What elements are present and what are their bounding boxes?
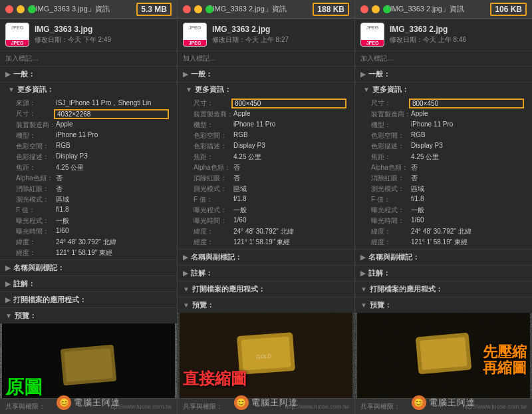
info-row-exposure-2: 曝光程式： 一般 — [178, 205, 354, 216]
file-name-1: IMG_3363 3.jpg — [35, 25, 172, 34]
preview-image-1: 原圖 — [0, 323, 177, 398]
arrow-icon-1: ▶ — [5, 71, 11, 78]
info-row-model-1: 機型： iPhone 11 Pro — [0, 130, 177, 141]
file-info-3: IMG_3363 2.jpg 修改日期：今天 上午 8:46 — [390, 25, 527, 45]
open-with-header-1[interactable]: ▶ 打開檔案的應用程式： — [0, 292, 177, 308]
info-row-colorspace-1: 色彩空間： RGB — [0, 141, 177, 152]
overlay-label-1: 原圖 — [5, 375, 43, 398]
name-alias-header-2[interactable]: ▶ 名稱與副標記： — [178, 250, 354, 265]
name-alias-header-3[interactable]: ▶ 名稱與副標記： — [355, 250, 532, 265]
comment-header-3[interactable]: ▶ 註解： — [355, 266, 532, 281]
info-row-latitude-2: 緯度： 24° 48' 30.792" 北緯 — [178, 226, 354, 237]
info-row-metering-3: 測光模式： 區域 — [355, 184, 532, 194]
general-section-header-3[interactable]: ▶ 一般： — [355, 67, 532, 82]
info-row-manufacturer-2: 裝置製造商： Apple — [178, 109, 354, 120]
info-row-colorspace-3: 色彩空間： RGB — [355, 130, 532, 141]
info-row-redeye-3: 消除紅眼： 否 — [355, 173, 532, 184]
bottom-bar-1: 共享與權限： http://www.lucoe.com.tw — [0, 398, 177, 414]
svg-rect-14 — [420, 337, 467, 370]
panels-container: 「IMG_3363 3.jpg」資訊 5.3 MB JPEG JPEG IMG_… — [0, 0, 532, 414]
open-with-header-3[interactable]: ▼ 打開檔案的應用程式： — [355, 282, 532, 297]
info-section-3: 尺寸： 800×450 裝置製造商： Apple 機型： iPhone 11 P… — [355, 97, 532, 249]
more-info-header-1[interactable]: ▼ 更多資訊： — [0, 83, 177, 97]
info-row-alpha-3: Alpha色頻： 否 — [355, 162, 532, 173]
info-row-colorspace-2: 色彩空間： RGB — [178, 130, 354, 141]
file-date-3: 修改日期：今天 上午 8:46 — [390, 35, 527, 45]
general-section-header-2[interactable]: ▶ 一般： — [178, 67, 354, 82]
file-header-1: JPEG JPEG IMG_3363 3.jpg 修改日期：今天 下午 2:49 — [0, 19, 177, 51]
file-header-3: JPEG JPEG IMG_3363 2.jpg 修改日期：今天 上午 8:46 — [355, 19, 532, 51]
file-name-3: IMG_3363 2.jpg — [390, 25, 527, 34]
file-info-2: IMG_3363 2.jpg 修改日期：今天 上午 8:27 — [212, 25, 349, 45]
file-type-label-3: JPEG — [361, 40, 384, 46]
general-section-header-1[interactable]: ▶ 一般： — [0, 67, 177, 82]
info-row-model-3: 機型： iPhone 11 Pro — [355, 120, 532, 130]
preview-arrow-1: ▼ — [5, 312, 12, 319]
comment-arrow-2: ▶ — [183, 270, 188, 277]
file-icon-2: JPEG JPEG — [183, 23, 207, 47]
more-info-header-3[interactable]: ▼ 更多資訊： — [355, 83, 532, 97]
comment-header-1[interactable]: ▶ 註解： — [0, 276, 177, 292]
name-alias-arrow-3: ▶ — [360, 254, 366, 261]
title-bar-1: 「IMG_3363 3.jpg」資訊 5.3 MB — [0, 0, 177, 19]
info-row-alpha-1: Alpha色頻： 否 — [0, 173, 177, 184]
comment-header-2[interactable]: ▶ 註解： — [178, 266, 354, 281]
info-row-metering-1: 測光模式： 區域 — [0, 194, 177, 205]
comment-arrow-3: ▶ — [360, 270, 366, 277]
overlay-label-2: 直接縮圖 — [183, 368, 247, 389]
info-row-focal-2: 焦距： 4.25 公里 — [178, 152, 354, 162]
preview-image-3: 先壓縮 再縮圖 — [355, 313, 532, 398]
info-row-redeye-2: 消除紅眼： 否 — [178, 173, 354, 184]
info-row-manufacturer-1: 裝置製造商： Apple — [0, 120, 177, 130]
info-row-shutter-2: 曝光時間： 1/60 — [178, 216, 354, 226]
tags-input-3[interactable]: 加入標記… — [355, 51, 532, 67]
open-with-arrow-2: ▼ — [183, 286, 190, 293]
name-alias-arrow-2: ▶ — [183, 254, 188, 261]
preview-arrow-2: ▼ — [183, 302, 190, 309]
info-row-exposure-1: 曝光程式： 一般 — [0, 216, 177, 226]
bottom-bar-3: 共享與權限： http://www.lucoe.com.tw — [355, 398, 532, 414]
info-row-latitude-3: 緯度： 24° 48' 30.792" 北緯 — [355, 226, 532, 237]
preview-header-3[interactable]: ▼ 預覽： — [355, 298, 532, 313]
panel-1: 「IMG_3363 3.jpg」資訊 5.3 MB JPEG JPEG IMG_… — [0, 0, 178, 414]
info-row-fvalue-3: F 值： f/1.8 — [355, 194, 532, 205]
bottom-bar-2: 共享與權限： http://www.lucoe.com.tw — [178, 398, 354, 414]
name-alias-header-1[interactable]: ▶ 名稱與副標記： — [0, 260, 177, 276]
info-row-redeye-1: 消除紅眼： 否 — [0, 184, 177, 194]
tags-input-1[interactable]: 加入標記… — [0, 51, 177, 67]
tags-input-2[interactable]: 加入標記… — [178, 51, 354, 67]
arrow-icon-2: ▶ — [183, 71, 188, 78]
panel-2: 「IMG_3363 2.jpg」資訊 188 KB JPEG JPEG IMG_… — [178, 0, 355, 414]
info-row-longitude-1: 經度： 121° 1' 58.19" 東經 — [0, 248, 177, 258]
arrow-icon-3: ▶ — [360, 71, 366, 78]
file-header-2: JPEG JPEG IMG_3363 2.jpg 修改日期：今天 上午 8:27 — [178, 19, 354, 51]
info-section-1: 來源： ISJ_iPhone 11 Pro，Shengti Lin 尺寸： 40… — [0, 97, 177, 260]
file-size-badge-1: 5.3 MB — [136, 3, 172, 16]
svg-text:GOLD: GOLD — [256, 353, 271, 360]
file-type-label-2: JPEG — [184, 40, 206, 46]
info-row-fvalue-2: F 值： f/1.8 — [178, 194, 354, 205]
info-row-alpha-2: Alpha色頻： 否 — [178, 162, 354, 173]
overlay-label-3a: 先壓縮 再縮圖 — [483, 344, 527, 376]
info-row-model-2: 機型： iPhone 11 Pro — [178, 120, 354, 130]
preview-header-1[interactable]: ▼ 預覽： — [0, 308, 177, 323]
info-row-dimensions-3: 尺寸： 800×450 — [355, 98, 532, 109]
info-row-shutter-1: 曝光時間： 1/60 — [0, 226, 177, 237]
more-info-header-2[interactable]: ▼ 更多資訊： — [178, 83, 354, 97]
comment-arrow-1: ▶ — [5, 280, 11, 288]
scroll-content-2[interactable]: ▶ 一般： ▼ 更多資訊： 尺寸： 800×450 裝置製造商： Apple 機… — [178, 67, 354, 398]
preview-header-2[interactable]: ▼ 預覽： — [178, 298, 354, 313]
scroll-content-1[interactable]: ▶ 一般： ▼ 更多資訊： 來源： ISJ_iPhone 11 Pro，Shen… — [0, 67, 177, 398]
open-with-header-2[interactable]: ▼ 打開檔案的應用程式： — [178, 282, 354, 297]
file-name-2: IMG_3363 2.jpg — [212, 25, 349, 34]
info-row-source-1: 來源： ISJ_iPhone 11 Pro，Shengti Lin — [0, 98, 177, 108]
info-row-longitude-3: 經度： 121° 1' 58.19" 東經 — [355, 237, 532, 248]
info-row-metering-2: 測光模式： 區域 — [178, 184, 354, 194]
info-row-manufacturer-3: 裝置製造商： Apple — [355, 109, 532, 120]
info-row-longitude-2: 經度： 121° 1' 58.19" 東經 — [178, 237, 354, 248]
info-row-colorprofile-3: 色彩描述： Display P3 — [355, 141, 532, 152]
more-info-arrow-2: ▼ — [186, 86, 192, 93]
file-type-label-1: JPEG — [6, 40, 29, 46]
scroll-content-3[interactable]: ▶ 一般： ▼ 更多資訊： 尺寸： 800×450 裝置製造商： Apple 機… — [355, 67, 532, 398]
file-info-1: IMG_3363 3.jpg 修改日期：今天 下午 2:49 — [35, 25, 172, 45]
